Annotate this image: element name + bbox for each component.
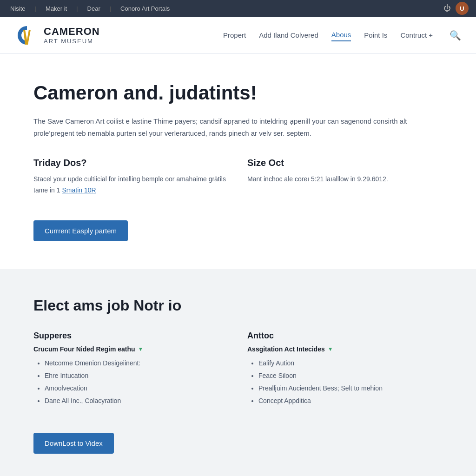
- nav-abous[interactable]: Abous: [331, 29, 351, 41]
- top-bar-right: ⏻ U: [443, 2, 469, 15]
- gray-section-title: Elect ams job Notr io: [33, 297, 443, 314]
- avatar[interactable]: U: [456, 2, 469, 15]
- right-col-heading: Size Oct: [247, 158, 443, 168]
- main-header: CAMERON ART MUSEUM Propert Add Iland Col…: [0, 17, 476, 54]
- logo-area[interactable]: CAMERON ART MUSEUM: [15, 23, 100, 47]
- list-item: Amoolvecation: [45, 383, 229, 393]
- nav-add-iland[interactable]: Add Iland Colvered: [259, 29, 318, 41]
- search-button[interactable]: 🔍: [450, 30, 461, 41]
- page-intro: The Save Cameron Art coilist e lastine T…: [33, 115, 443, 139]
- divider-2: |: [73, 5, 80, 12]
- main-section: Cameron and. judatints! The Save Cameron…: [15, 54, 461, 269]
- gray-left-list: Netcorme Omenion Desigeiinent: Ehre Intu…: [45, 358, 229, 406]
- cta-button[interactable]: Currrent Easply partem: [33, 220, 128, 241]
- gray-two-col: Supperes Crucum Four Nided Regim eathu ▼…: [33, 331, 443, 409]
- topbar-link-4[interactable]: Conoro Art Portals: [118, 5, 172, 12]
- gray-left-dropdown[interactable]: Crucum Four Nided Regim eathu ▼: [33, 345, 229, 353]
- gray-right-list: Ealify Aution Feace Siloon Prealljuim Au…: [258, 358, 443, 406]
- page-title: Cameron and. judatints!: [33, 82, 443, 104]
- divider-3: |: [107, 5, 114, 12]
- right-col-text: Mant inchoc ale coreı 5:21 laıalllow in …: [247, 174, 443, 185]
- chevron-down-icon: ▼: [138, 346, 144, 352]
- logo-name: CAMERON: [44, 26, 100, 38]
- right-col: Size Oct Mant inchoc ale coreı 5:21 laıa…: [247, 158, 443, 196]
- logo-text: CAMERON ART MUSEUM: [44, 26, 100, 45]
- list-item: Ehre Intucation: [45, 371, 229, 381]
- list-item: Prealljuim Auciendent Bess; Selt to mehi…: [258, 383, 443, 393]
- gray-right-heading: Anttoc: [247, 331, 443, 341]
- nav-propert[interactable]: Propert: [223, 29, 246, 41]
- gray-cta-button[interactable]: DownLost to Videx: [33, 433, 114, 454]
- gray-section: Elect ams job Notr io Supperes Crucum Fo…: [0, 269, 476, 476]
- left-col: Triday Dos? Stacel your upde cultiicial …: [33, 158, 229, 196]
- gray-inner: Elect ams job Notr io Supperes Crucum Fo…: [15, 297, 461, 454]
- nav-point-is[interactable]: Point Is: [364, 29, 387, 41]
- top-bar: Nisite | Maker it | Dear | Conoro Art Po…: [0, 0, 476, 17]
- main-nav: Propert Add Iland Colvered Abous Point I…: [223, 29, 461, 41]
- list-item: Netcorme Omenion Desigeiinent:: [45, 358, 229, 368]
- topbar-link-1[interactable]: Nisite: [7, 5, 28, 12]
- gray-left-col: Supperes Crucum Four Nided Regim eathu ▼…: [33, 331, 229, 409]
- gray-left-heading: Supperes: [33, 331, 229, 341]
- logo-subtitle: ART MUSEUM: [44, 38, 100, 45]
- nav-contruct[interactable]: Contruct +: [400, 29, 433, 41]
- list-item: Feace Siloon: [258, 371, 443, 381]
- chevron-down-icon: ▼: [328, 346, 333, 352]
- left-col-heading: Triday Dos?: [33, 158, 229, 168]
- list-item: Concept Appditica: [258, 396, 443, 406]
- power-icon[interactable]: ⏻: [443, 4, 451, 13]
- top-bar-links: Nisite | Maker it | Dear | Conoro Art Po…: [7, 5, 172, 12]
- gray-right-dropdown[interactable]: Assgitation Act Intecides ▼: [247, 345, 443, 353]
- left-col-link[interactable]: Smatin 10R: [62, 186, 96, 194]
- topbar-link-3[interactable]: Dear: [85, 5, 103, 12]
- list-item: Dane All Inc., Colacyration: [45, 396, 229, 406]
- divider-1: |: [32, 5, 39, 12]
- topbar-link-2[interactable]: Maker it: [43, 5, 70, 12]
- list-item: Ealify Aution: [258, 358, 443, 368]
- logo-icon: [15, 23, 39, 47]
- gray-right-col: Anttoc Assgitation Act Intecides ▼ Ealif…: [247, 331, 443, 409]
- two-col-section: Triday Dos? Stacel your upde cultiicial …: [33, 158, 443, 196]
- left-col-text: Stacel your upde cultiicial for intellin…: [33, 174, 229, 196]
